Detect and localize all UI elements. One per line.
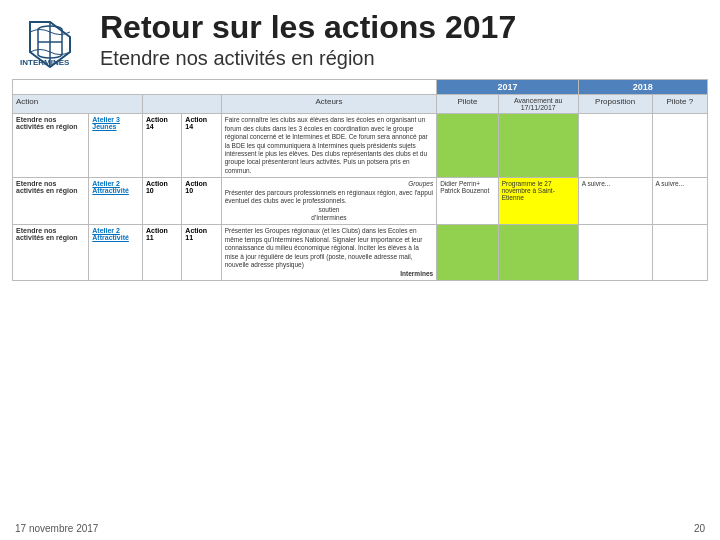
row3-acteurs: Présenter les Groupes régionaux (et les … bbox=[221, 225, 436, 281]
col-avancement-header: Avancement au 17/11/2017 bbox=[498, 95, 578, 114]
row1-atelier: Atelier 3Jeunes bbox=[89, 114, 143, 178]
row1-pilote2 bbox=[652, 114, 707, 178]
row3-avancement bbox=[498, 225, 578, 281]
col-action-header: Action bbox=[13, 95, 143, 114]
row2-action2: Action10 bbox=[182, 178, 221, 225]
table-row: Etendre nos activités en région Atelier … bbox=[13, 178, 708, 225]
table-header-sub: Action Acteurs Pilote Avancement au 17/1… bbox=[13, 95, 708, 114]
row2-avancement: Programme le 27 novembre à Saint-Etienne bbox=[498, 178, 578, 225]
row3-atelier: Atelier 2Attractivité bbox=[89, 225, 143, 281]
col-action-num-header bbox=[142, 95, 221, 114]
row1-label: Etendre nos activités en région bbox=[13, 114, 89, 178]
row1-avancement bbox=[498, 114, 578, 178]
svg-text:INTERMINES: INTERMINES bbox=[20, 58, 70, 67]
table-row: Etendre nos activités en région Atelier … bbox=[13, 225, 708, 281]
page-header: INTERMINES Retour sur les actions 2017 E… bbox=[0, 0, 720, 75]
row3-pilote2 bbox=[652, 225, 707, 281]
col-pilote2-header: Pilote ? bbox=[652, 95, 707, 114]
row2-pilote2: A suivre... bbox=[652, 178, 707, 225]
row1-proposition bbox=[578, 114, 652, 178]
col-pilote-header: Pilote bbox=[437, 95, 499, 114]
row3-pilote bbox=[437, 225, 499, 281]
row1-acteurs: Faire connaître les clubs aux élèves dan… bbox=[221, 114, 436, 178]
intermines-logo: INTERMINES bbox=[15, 13, 85, 68]
row2-pilote: Didier Perrin+ Patrick Bouzenot bbox=[437, 178, 499, 225]
row3-proposition bbox=[578, 225, 652, 281]
row2-action1: Action10 bbox=[142, 178, 181, 225]
row3-action1: Action11 bbox=[142, 225, 181, 281]
year-2017-header: 2017 bbox=[437, 80, 579, 95]
footer-page: 20 bbox=[694, 523, 705, 534]
col-proposition-header: Proposition bbox=[578, 95, 652, 114]
row2-atelier: Atelier 2Attractivité bbox=[89, 178, 143, 225]
row1-pilote bbox=[437, 114, 499, 178]
col-acteurs-header: Acteurs bbox=[221, 95, 436, 114]
table-header-top: 2017 2018 bbox=[13, 80, 708, 95]
row1-action2: Action14 bbox=[182, 114, 221, 178]
row3-label: Etendre nos activités en région bbox=[13, 225, 89, 281]
row2-proposition: A suivre... bbox=[578, 178, 652, 225]
actions-table: 2017 2018 Action Acteurs Pilote Avanceme… bbox=[12, 79, 708, 281]
row1-action1: Action14 bbox=[142, 114, 181, 178]
subtitle: Etendre nos activités en région bbox=[100, 47, 700, 70]
row3-action2: Action11 bbox=[182, 225, 221, 281]
main-table-container: 2017 2018 Action Acteurs Pilote Avanceme… bbox=[0, 79, 720, 281]
page-footer: 17 novembre 2017 20 bbox=[15, 523, 705, 534]
row2-label: Etendre nos activités en région bbox=[13, 178, 89, 225]
table-row: Etendre nos activités en région Atelier … bbox=[13, 114, 708, 178]
main-title: Retour sur les actions 2017 bbox=[100, 10, 700, 45]
title-block: Retour sur les actions 2017 Etendre nos … bbox=[100, 10, 700, 70]
year-2018-header: 2018 bbox=[578, 80, 707, 95]
row2-acteurs: GroupesPrésenter des parcours profession… bbox=[221, 178, 436, 225]
footer-date: 17 novembre 2017 bbox=[15, 523, 98, 534]
